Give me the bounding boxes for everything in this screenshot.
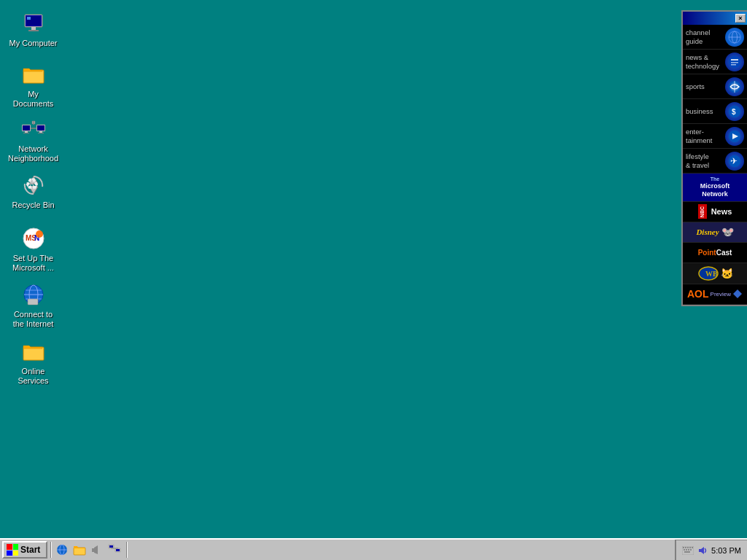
svg-rect-71 [688, 549, 689, 551]
sports-label: sports [686, 82, 723, 90]
disney-brand-item[interactable]: Disney 🐭 [683, 222, 747, 243]
svg-rect-67 [689, 547, 691, 548]
sports-icon [725, 77, 744, 96]
svg-rect-8 [23, 125, 30, 131]
svg-rect-6 [23, 70, 44, 83]
svg-rect-65 [685, 547, 686, 548]
svg-rect-3 [28, 30, 39, 31]
network-neighborhood-label: Network Neighborhood [8, 144, 58, 163]
setup-msn-label: Set Up The Microsoft ... [9, 254, 58, 273]
svg-text:♻: ♻ [25, 175, 39, 193]
svg-rect-37 [731, 59, 738, 61]
start-button[interactable]: Start [2, 541, 47, 559]
news-technology-label: news &technology [686, 53, 723, 70]
news-technology-icon [725, 52, 744, 71]
channel-guide-icon [725, 28, 744, 47]
connect-internet-icon[interactable]: Connect to the Internet [6, 279, 61, 332]
start-label: Start [20, 545, 40, 555]
aol-brand-item[interactable]: AOL Preview [683, 284, 747, 305]
svg-marker-74 [699, 547, 704, 554]
tray-keyboard-icon[interactable] [682, 545, 694, 556]
svg-rect-12 [37, 125, 44, 131]
windows-logo [7, 544, 18, 556]
recycle-bin-label: Recycle Bin [12, 201, 54, 210]
svg-point-25 [36, 230, 43, 238]
tray-volume-tray-icon[interactable] [697, 545, 708, 556]
system-clock: 5:03 PM [711, 546, 741, 555]
disney-brand: Disney 🐭 [683, 222, 747, 242]
setup-msn-icon[interactable]: MS N Set Up The Microsoft ... [6, 222, 61, 276]
msn-brand-item[interactable]: The Microsoft Network [683, 174, 747, 202]
channel-panel-titlebar: × [683, 12, 747, 25]
svg-rect-73 [684, 551, 690, 553]
taskbar: Start [0, 538, 747, 560]
svg-rect-32 [23, 347, 44, 360]
svg-rect-38 [731, 62, 738, 63]
network-neighborhood-icon[interactable]: Network Neighborhood [6, 113, 61, 166]
warnerbros-brand-item[interactable]: WB 🐱 [683, 263, 747, 284]
msn-brand: The Microsoft Network [683, 174, 747, 201]
recycle-bin-icon[interactable]: ♻ ♻ Recycle Bin [6, 169, 61, 213]
business-label: business [686, 107, 723, 115]
svg-rect-69 [684, 549, 685, 551]
svg-marker-51 [733, 289, 742, 298]
msnbc-brand: NBC News [683, 202, 747, 222]
lifestyle-travel-label: lifestyle& travel [686, 152, 723, 169]
svg-rect-39 [731, 64, 736, 66]
pointcast-brand-item[interactable]: Point Cast [683, 243, 747, 263]
channel-guide-item[interactable]: channelguide [683, 25, 747, 50]
taskbar-network-icon[interactable] [107, 542, 123, 558]
pointcast-brand: Point Cast [683, 243, 747, 262]
business-item[interactable]: business $ [683, 99, 747, 124]
taskbar-divider-2 [126, 542, 128, 558]
svg-rect-10 [23, 133, 29, 133]
svg-rect-2 [31, 27, 36, 30]
svg-rect-31 [28, 299, 38, 305]
panel-close-button[interactable]: × [735, 14, 746, 23]
svg-rect-66 [687, 547, 689, 548]
svg-rect-9 [25, 131, 28, 133]
warnerbros-brand: WB 🐱 [683, 263, 747, 284]
system-tray: 5:03 PM [675, 540, 747, 560]
msnbc-brand-item[interactable]: NBC News [683, 202, 747, 222]
svg-rect-5 [27, 17, 31, 20]
taskbar-divider-1 [50, 542, 52, 558]
svg-rect-56 [92, 548, 94, 552]
sports-item[interactable]: sports [683, 74, 747, 99]
my-documents-icon[interactable]: My Documents [6, 58, 61, 112]
lifestyle-travel-item[interactable]: lifestyle& travel ✈ [683, 149, 747, 174]
svg-rect-64 [683, 547, 684, 548]
taskbar-volume-icon[interactable] [89, 542, 105, 558]
news-technology-item[interactable]: news &technology [683, 50, 747, 74]
online-services-icon[interactable]: Online Services [6, 335, 61, 389]
my-documents-label: My Documents [9, 90, 58, 109]
channel-guide-label: channelguide [686, 28, 723, 45]
connect-internet-label: Connect to the Internet [9, 310, 58, 329]
svg-text:WB: WB [705, 270, 718, 278]
taskbar-folder-icon[interactable] [71, 542, 88, 558]
svg-rect-59 [109, 545, 113, 548]
lifestyle-travel-icon: ✈ [725, 152, 744, 171]
aol-brand: AOL Preview [683, 284, 747, 304]
online-services-label: Online Services [9, 367, 58, 386]
business-icon: $ [725, 102, 744, 121]
svg-rect-14 [38, 133, 44, 133]
desktop: My Computer My Documents [0, 0, 747, 560]
svg-rect-70 [686, 549, 687, 551]
svg-rect-61 [116, 549, 120, 551]
svg-rect-13 [39, 131, 42, 133]
svg-marker-57 [94, 545, 98, 554]
entertainment-icon [725, 127, 744, 146]
taskbar-ie-icon[interactable] [54, 542, 70, 558]
svg-rect-72 [690, 549, 692, 551]
svg-text:$: $ [732, 108, 736, 116]
entertainment-label: enter-tainment [686, 128, 723, 144]
svg-text:✈: ✈ [730, 156, 738, 166]
channel-guide-panel: × channelguide news &technology [681, 10, 747, 306]
my-computer-label: My Computer [9, 39, 57, 48]
svg-rect-68 [692, 547, 693, 548]
svg-rect-55 [74, 548, 85, 555]
my-computer-icon[interactable]: My Computer [6, 7, 61, 51]
entertainment-item[interactable]: enter-tainment [683, 124, 747, 149]
